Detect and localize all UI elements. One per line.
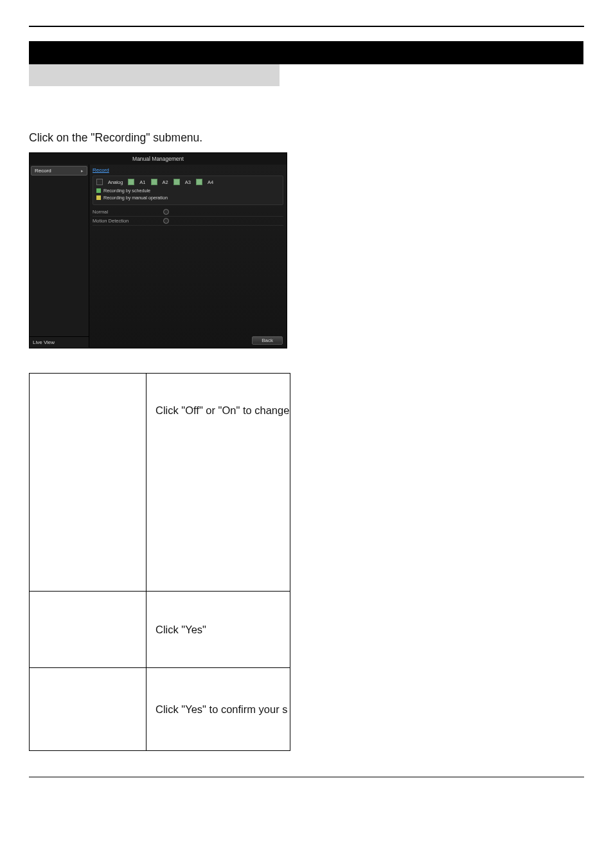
- screenshot-body: Record ▸ Live View Record Analog A1 A2: [30, 165, 287, 348]
- sidebar-top: Record ▸: [30, 165, 89, 177]
- section-heading-grey-bar: [29, 64, 280, 86]
- screenshot-main: Record Analog A1 A2 A3 A4: [89, 165, 287, 348]
- channel-row: Analog A1 A2 A3 A4: [96, 179, 280, 185]
- table-row: Click "Off" or "On" to change: [30, 374, 290, 592]
- instruction-text: Click on the "Recording" submenu.: [29, 131, 584, 145]
- checkbox-a2[interactable]: [151, 179, 157, 185]
- legend-schedule-label: Recording by schedule: [103, 188, 150, 194]
- checkbox-analog-all[interactable]: [96, 179, 103, 185]
- legend-manual: Recording by manual operation: [96, 195, 280, 201]
- sidebar-item-record[interactable]: Record ▸: [31, 166, 87, 176]
- legend-dot-yellow: [96, 195, 101, 200]
- checkbox-a3[interactable]: [173, 179, 180, 185]
- recording-legend: Recording by schedule Recording by manua…: [96, 188, 280, 201]
- bottom-rule: [29, 777, 584, 777]
- dvr-screenshot: Manual Management Record ▸ Live View Rec…: [29, 152, 287, 348]
- table-cell-right: Click "Off" or "On" to change: [147, 374, 290, 592]
- screenshot-window-title: Manual Management: [30, 153, 287, 165]
- channel-label: A4: [208, 179, 213, 185]
- screenshot-sidebar: Record ▸ Live View: [30, 165, 89, 348]
- table-row: Click "Yes" to confirm your s: [30, 668, 290, 751]
- mode-table: Normal Motion Detection: [93, 208, 283, 226]
- table-cell-right: Click "Yes" to confirm your s: [147, 668, 290, 751]
- sidebar-item-liveview[interactable]: Live View: [30, 336, 89, 348]
- explanation-table: Click "Off" or "On" to change Click "Yes…: [29, 373, 290, 751]
- checkbox-a1[interactable]: [128, 179, 134, 185]
- table-cell-left: [30, 668, 147, 751]
- tab-record[interactable]: Record: [93, 167, 283, 176]
- table-row: Click "Yes": [30, 592, 290, 668]
- radio-motion[interactable]: [163, 218, 169, 224]
- back-button[interactable]: Back: [252, 336, 283, 345]
- channel-label: A2: [163, 179, 168, 185]
- section-heading-black-bar: [29, 41, 583, 64]
- table-row: Motion Detection: [93, 217, 283, 226]
- channel-group-label: Analog: [108, 179, 123, 185]
- chevron-right-icon: ▸: [81, 168, 84, 174]
- document-page: Click on the "Recording" submenu. Manual…: [0, 0, 613, 816]
- top-rule: [29, 26, 584, 27]
- channel-label: A3: [185, 179, 191, 185]
- table-row: Normal: [93, 208, 283, 217]
- table-cell-left: [30, 592, 147, 668]
- channel-panel: Analog A1 A2 A3 A4 Recording by sche: [93, 176, 283, 205]
- mode-label-motion: Motion Detection: [93, 218, 163, 224]
- legend-schedule: Recording by schedule: [96, 188, 280, 194]
- mode-label-normal: Normal: [93, 209, 163, 215]
- section-heading-block: [29, 41, 584, 86]
- legend-manual-label: Recording by manual operation: [103, 195, 168, 201]
- legend-dot-green: [96, 188, 101, 193]
- sidebar-item-label: Record: [35, 168, 51, 174]
- table-cell-right: Click "Yes": [147, 592, 290, 668]
- channel-label: A1: [139, 179, 145, 185]
- table-cell-left: [30, 374, 147, 592]
- checkbox-a4[interactable]: [196, 179, 202, 185]
- radio-normal[interactable]: [163, 209, 169, 215]
